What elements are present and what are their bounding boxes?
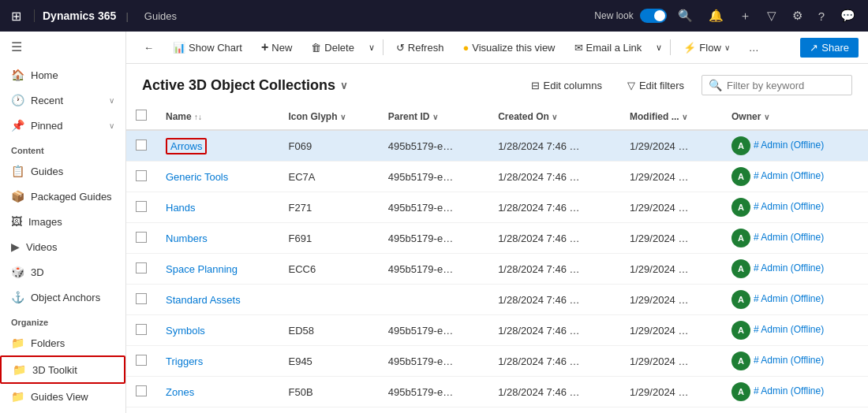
help-icon[interactable]: ? — [814, 6, 829, 26]
owner-name: # Admin (Offline) — [754, 232, 824, 243]
edit-columns-button[interactable]: ⊟ Edit columns — [523, 76, 610, 95]
visualize-button[interactable]: ● Visualize this view — [455, 38, 563, 58]
row-owner: A# Admin (Offline) — [722, 377, 868, 407]
sidebar-item-home-label: Home — [31, 69, 58, 81]
more-button[interactable]: … — [741, 38, 767, 58]
view-actions: ⊟ Edit columns ▽ Edit filters 🔍 — [523, 75, 853, 95]
delete-button[interactable]: 🗑 Delete — [303, 38, 362, 58]
guides-icon: 📋 — [11, 165, 24, 177]
row-owner: A# Admin (Offline) — [722, 346, 868, 377]
row-owner: A# Admin (Offline) — [722, 223, 868, 254]
sidebar-item-guides[interactable]: 📋 Guides — [0, 158, 125, 184]
th-select-all[interactable] — [126, 103, 156, 130]
videos-icon: ▶ — [11, 240, 20, 253]
th-modified[interactable]: Modified ... ∨ — [620, 103, 722, 130]
row-checkbox[interactable] — [136, 355, 147, 366]
row-created-on: 1/28/2024 7:46 … — [488, 162, 620, 192]
guides-view-icon: 📁 — [11, 390, 24, 403]
sidebar-item-home[interactable]: 🏠 Home — [0, 62, 125, 87]
sidebar-item-packaged-guides[interactable]: 📦 Packaged Guides — [0, 184, 125, 209]
new-look-toggle[interactable] — [640, 9, 667, 23]
share-label: Share — [821, 42, 849, 54]
row-checkbox[interactable] — [136, 262, 147, 273]
delete-chevron-button[interactable]: ∨ — [365, 39, 378, 57]
row-icon-glyph: F271 — [279, 192, 378, 223]
new-look-label: New look — [594, 10, 633, 21]
sidebar-item-videos[interactable]: ▶ Videos — [0, 234, 125, 259]
view-title-text: Active 3D Object Collections — [142, 77, 335, 94]
avatar: A — [731, 167, 750, 186]
sidebar-item-3d[interactable]: 🎲 3D — [0, 259, 125, 285]
edit-filters-button[interactable]: ▽ Edit filters — [619, 76, 692, 95]
th-parent-id[interactable]: Parent ID ∨ — [379, 103, 488, 130]
th-name[interactable]: Name ↑↓ — [156, 103, 279, 130]
row-checkbox[interactable] — [136, 170, 147, 181]
delete-icon: 🗑 — [311, 42, 321, 54]
email-link-button[interactable]: ✉ Email a Link — [567, 38, 650, 58]
filter-keyword-input[interactable] — [727, 80, 845, 91]
filter-icon[interactable]: ▽ — [762, 6, 781, 26]
new-button[interactable]: + New — [253, 36, 300, 58]
view-header: Active 3D Object Collections ∨ ⊟ Edit co… — [126, 64, 868, 103]
row-created-on: 1/28/2024 7:46 … — [488, 254, 620, 285]
view-title-chevron[interactable]: ∨ — [340, 80, 348, 91]
row-name-link[interactable]: Zones — [166, 386, 194, 398]
sidebar-item-guides-view[interactable]: 📁 Guides View — [0, 384, 125, 409]
th-created-on[interactable]: Created On ∨ — [488, 103, 620, 130]
sidebar-item-3d-toolkit[interactable]: 📁 3D Toolkit — [0, 355, 125, 384]
add-icon[interactable]: ＋ — [735, 6, 756, 27]
flow-button[interactable]: ⚡ Flow ∨ — [675, 38, 737, 58]
owner-name: # Admin (Offline) — [754, 201, 824, 212]
row-checkbox[interactable] — [136, 232, 147, 243]
filter-search-box: 🔍 — [702, 75, 852, 95]
delete-label: Delete — [324, 42, 354, 54]
search-icon[interactable]: 🔍 — [673, 6, 698, 26]
nav-separator: | — [125, 10, 128, 22]
back-button[interactable]: ← — [136, 38, 162, 58]
row-checkbox[interactable] — [136, 385, 147, 396]
email-link-label: Email a Link — [586, 42, 642, 54]
row-name-link[interactable]: Space Planning — [166, 263, 238, 275]
row-name-link[interactable]: Arrows — [166, 138, 207, 154]
row-parent-id — [379, 285, 488, 315]
row-name-link[interactable]: Triggers — [166, 355, 203, 367]
share-button[interactable]: ↗ Share — [800, 38, 859, 58]
table-row: Space PlanningECC6495b5179-e…1/28/2024 7… — [126, 254, 868, 285]
sidebar-item-images-label: Images — [28, 216, 62, 228]
row-checkbox[interactable] — [136, 293, 147, 304]
sidebar-item-images[interactable]: 🖼 Images — [0, 209, 125, 234]
show-chart-label: Show Chart — [189, 42, 242, 54]
row-checkbox[interactable] — [136, 324, 147, 335]
back-icon: ← — [144, 42, 154, 54]
row-checkbox[interactable] — [136, 201, 147, 212]
row-name-link[interactable]: Symbols — [166, 325, 205, 337]
row-name-link[interactable]: Numbers — [166, 233, 208, 244]
refresh-button[interactable]: ↺ Refresh — [388, 38, 452, 58]
email-chevron-button[interactable]: ∨ — [653, 39, 665, 57]
row-icon-glyph: ECC6 — [279, 254, 378, 285]
toolkit-icon: 📁 — [13, 363, 26, 376]
sidebar-item-folders[interactable]: 📁 Folders — [0, 330, 125, 355]
row-name-link[interactable]: Hands — [166, 202, 196, 214]
show-chart-button[interactable]: 📊 Show Chart — [165, 38, 250, 58]
sidebar-item-pinned[interactable]: 📌 Pinned ∨ — [0, 113, 125, 138]
keyword-search-icon: 🔍 — [709, 79, 722, 91]
waffle-icon[interactable]: ⊞ — [8, 6, 24, 27]
th-icon-glyph-label: Icon Glyph — [288, 111, 337, 122]
organize-section-label: Organize — [0, 310, 125, 330]
th-icon-glyph[interactable]: Icon Glyph ∨ — [279, 103, 378, 130]
th-owner[interactable]: Owner ∨ — [722, 103, 868, 130]
select-all-checkbox[interactable] — [136, 110, 147, 121]
row-name-link[interactable]: Generic Tools — [166, 171, 228, 183]
settings-icon[interactable]: ⚙ — [788, 6, 807, 26]
data-table: Name ↑↓ Icon Glyph ∨ Parent ID ∨ Cr — [126, 103, 868, 407]
avatar: A — [731, 229, 750, 247]
row-name-link[interactable]: Standard Assets — [166, 294, 241, 306]
chat-icon[interactable]: 💬 — [836, 6, 860, 26]
sidebar-item-object-anchors[interactable]: ⚓ Object Anchors — [0, 285, 125, 310]
app-name: Guides — [144, 10, 177, 22]
notification-icon[interactable]: 🔔 — [704, 6, 728, 26]
row-checkbox[interactable] — [136, 140, 147, 151]
sidebar-collapse-icon[interactable]: ☰ — [0, 32, 125, 62]
sidebar-item-recent[interactable]: 🕐 Recent ∨ — [0, 87, 125, 113]
